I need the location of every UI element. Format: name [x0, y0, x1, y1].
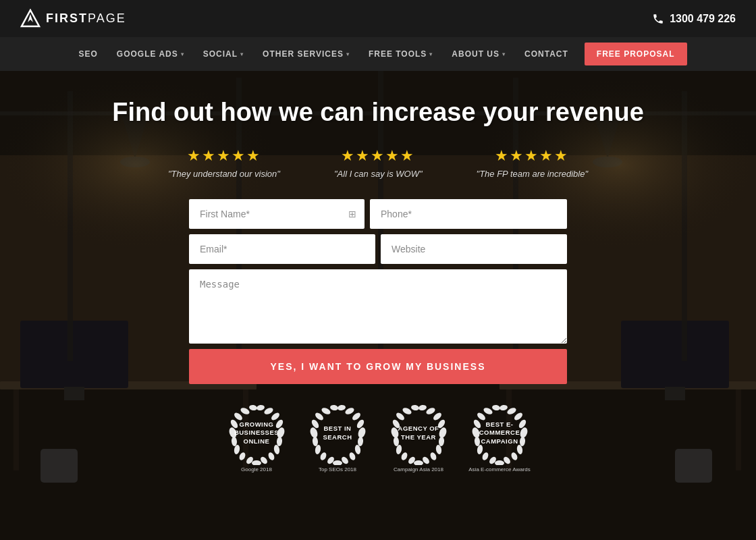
- nav-item-other-services[interactable]: OTHER SERVICES ▾: [253, 37, 359, 71]
- svg-point-82: [425, 406, 435, 415]
- first-name-input[interactable]: [189, 199, 364, 229]
- award-3-title: AGENCY OF THE YEAR: [387, 425, 451, 441]
- quote-2: "All I can say is WOW": [334, 169, 423, 179]
- phone-icon: [652, 13, 664, 25]
- awards-row: GROWING BUSINESSES ONLINE Google 2018: [219, 401, 537, 473]
- svg-point-35: [239, 406, 250, 415]
- chevron-down-icon: ▾: [181, 51, 184, 57]
- svg-point-92: [482, 406, 493, 415]
- svg-point-105: [510, 452, 518, 461]
- nav-item-google-ads[interactable]: GOOGLE ADS ▾: [107, 37, 194, 71]
- chevron-down-icon: ▾: [240, 51, 244, 57]
- nav: SEO GOOGLE ADS ▾ SOCIAL ▾ OTHER SERVICES…: [0, 37, 756, 71]
- quote-1: "They understand our vision": [168, 169, 280, 179]
- award-1-title: GROWING BUSINESSES ONLINE: [225, 421, 289, 446]
- svg-point-36: [248, 404, 257, 411]
- svg-point-102: [499, 404, 508, 411]
- award-2-title: BEST IN SEARCH: [306, 425, 370, 441]
- svg-point-63: [344, 406, 354, 415]
- contact-card-icon: ⊞: [348, 209, 356, 219]
- award-wreath-4: BEST E-COMMERCE CAMPAIGN: [468, 401, 532, 465]
- award-3: AGENCY OF THE YEAR Campaign Asia 2018: [381, 401, 456, 473]
- phone-area[interactable]: 1300 479 226: [652, 13, 736, 25]
- svg-point-96: [481, 452, 489, 461]
- stars-2: ★★★★★: [341, 147, 415, 165]
- phone-number: 1300 479 226: [670, 13, 736, 25]
- hero-content: Find out how we can increase your revenu…: [0, 98, 756, 473]
- svg-point-45: [256, 404, 265, 411]
- award-1-source: Google 2018: [241, 466, 272, 473]
- nav-item-social[interactable]: SOCIAL ▾: [194, 37, 253, 71]
- contact-form: ⊞ YES, I WANT TO GROW MY BUSINESS: [189, 199, 567, 384]
- hero-section: Find out how we can increase your revenu…: [0, 71, 756, 540]
- stars-1: ★★★★★: [187, 147, 261, 165]
- svg-point-93: [491, 404, 500, 411]
- phone-input[interactable]: [370, 199, 567, 229]
- svg-point-81: [432, 411, 443, 421]
- nav-item-contact[interactable]: CONTACT: [515, 37, 578, 71]
- chevron-down-icon: ▾: [502, 51, 506, 57]
- award-wreath-1: GROWING BUSINESSES ONLINE: [225, 401, 289, 465]
- award-wreath-3: AGENCY OF THE YEAR: [387, 401, 451, 465]
- svg-point-64: [337, 404, 346, 411]
- email-input[interactable]: [189, 234, 375, 264]
- submit-button[interactable]: YES, I WANT TO GROW MY BUSINESS: [189, 349, 567, 384]
- award-wreath-2: BEST IN SEARCH: [306, 401, 370, 465]
- award-4-title: BEST E-COMMERCE CAMPAIGN: [468, 421, 532, 446]
- svg-point-55: [329, 404, 338, 411]
- chevron-down-icon: ▾: [346, 51, 350, 57]
- svg-point-83: [418, 404, 427, 411]
- nav-item-seo[interactable]: SEO: [70, 37, 107, 71]
- svg-point-58: [319, 452, 327, 461]
- svg-point-73: [401, 406, 412, 415]
- free-proposal-button[interactable]: FREE PROPOSAL: [585, 43, 687, 65]
- svg-point-54: [320, 406, 331, 415]
- rating-item-1: ★★★★★ "They understand our vision": [168, 147, 280, 179]
- first-name-wrapper: ⊞: [189, 199, 364, 229]
- svg-point-77: [400, 452, 408, 461]
- nav-item-about-us[interactable]: ABOUT US ▾: [442, 37, 515, 71]
- nav-item-free-tools[interactable]: FREE TOOLS ▾: [359, 37, 442, 71]
- header: FIRSTPAGE 1300 479 226: [0, 0, 756, 37]
- svg-point-62: [351, 411, 362, 421]
- award-1: GROWING BUSINESSES ONLINE Google 2018: [219, 401, 294, 473]
- svg-point-72: [395, 411, 406, 421]
- rating-item-3: ★★★★★ "The FP team are incredible": [477, 147, 589, 179]
- svg-point-39: [238, 452, 246, 461]
- svg-point-44: [263, 406, 273, 415]
- award-2-source: Top SEOs 2018: [319, 466, 356, 473]
- chevron-down-icon: ▾: [429, 51, 433, 57]
- hero-title: Find out how we can increase your revenu…: [112, 98, 644, 127]
- form-row-2: [189, 234, 567, 264]
- form-row-1: ⊞: [189, 199, 567, 229]
- website-input[interactable]: [381, 234, 567, 264]
- svg-point-50: [252, 460, 261, 465]
- svg-point-107: [495, 460, 504, 465]
- svg-point-86: [429, 452, 437, 461]
- svg-point-101: [506, 406, 516, 415]
- svg-point-69: [333, 460, 342, 465]
- logo[interactable]: FIRSTPAGE: [20, 9, 126, 29]
- ratings-row: ★★★★★ "They understand our vision" ★★★★★…: [168, 147, 588, 179]
- award-2: BEST IN SEARCH Top SEOs 2018: [300, 401, 375, 473]
- svg-point-74: [410, 404, 419, 411]
- svg-point-67: [348, 452, 356, 461]
- rating-item-2: ★★★★★ "All I can say is WOW": [334, 147, 423, 179]
- svg-point-48: [267, 452, 275, 461]
- logo-text: FIRSTPAGE: [46, 11, 126, 26]
- quote-3: "The FP team are incredible": [477, 169, 589, 179]
- message-textarea[interactable]: [189, 269, 567, 344]
- logo-icon: [20, 9, 40, 29]
- svg-point-88: [414, 460, 423, 465]
- award-4-source: Asia E-commerce Awards: [468, 466, 530, 473]
- svg-point-53: [314, 411, 325, 421]
- stars-3: ★★★★★: [495, 147, 569, 165]
- award-4: BEST E-COMMERCE CAMPAIGN Asia E-commerce…: [462, 401, 537, 473]
- svg-marker-1: [28, 14, 33, 22]
- award-3-source: Campaign Asia 2018: [394, 466, 443, 473]
